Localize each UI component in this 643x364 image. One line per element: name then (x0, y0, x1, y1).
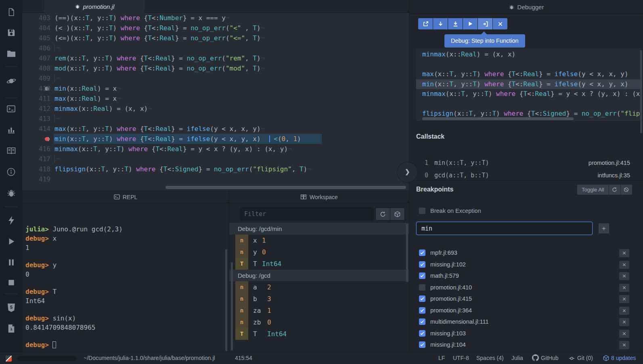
save-icon[interactable] (0, 27, 22, 39)
updates-item[interactable]: 8 updates (603, 352, 636, 364)
continue-button[interactable] (463, 18, 478, 29)
breakpoint-checkbox[interactable] (419, 250, 425, 256)
html-preview-icon[interactable]: 5 (0, 302, 22, 314)
remove-breakpoint-button[interactable]: ✕ (619, 283, 630, 292)
repl-scrollbar[interactable] (225, 249, 227, 351)
workspace-header[interactable]: Workspace (229, 191, 409, 203)
step-into-function-button[interactable] (478, 18, 492, 29)
julia-client-indicator-icon[interactable] (6, 356, 12, 362)
debugger-vscrollbar[interactable] (640, 50, 642, 133)
eol-invisible: ¬ (307, 165, 311, 173)
new-file-icon[interactable] (0, 6, 22, 18)
plot-pane-icon[interactable] (0, 124, 22, 136)
power-lightning-icon[interactable] (0, 214, 22, 227)
frame-location[interactable]: promotion.jl:415 (589, 157, 630, 168)
debugger-code-view[interactable]: minmax(x::Real) = (x, x)max(x::T, y::T) … (416, 48, 641, 121)
detach-button[interactable] (418, 18, 433, 29)
step-to-line-button[interactable] (448, 18, 463, 29)
workspace-variable-row[interactable]: ny0 (229, 246, 409, 258)
stop-icon[interactable] (0, 277, 22, 289)
info-icon[interactable] (0, 166, 22, 178)
code-editor[interactable]: 403(==)(x::T, y::T) where {T<:Number} = … (22, 13, 409, 191)
documentation-book-icon[interactable] (0, 145, 22, 157)
github-icon (532, 354, 539, 361)
check-icon (420, 308, 425, 313)
debugger-bug-icon[interactable] (0, 187, 22, 199)
breakpoint-checkbox[interactable] (419, 318, 425, 325)
repl-header[interactable]: REPL (22, 191, 229, 203)
workspace-variable-row[interactable]: nza1 (229, 305, 409, 316)
repl-input-text: sin(x) (49, 314, 76, 322)
workspace-refresh-button[interactable] (375, 208, 390, 220)
remove-breakpoint-button[interactable]: ✕ (619, 295, 630, 304)
breakpoint-checkbox[interactable] (419, 272, 425, 279)
file-path[interactable]: ~/Documents/julia-1.1.0/share/julia/base… (84, 352, 215, 364)
editor-line: 417¬ (22, 154, 409, 164)
breakpoint-checkbox[interactable] (419, 330, 425, 337)
workspace-left-scrollbar[interactable] (231, 262, 233, 351)
add-breakpoint-button[interactable]: + (598, 223, 609, 234)
remove-breakpoint-button[interactable]: ✕ (619, 260, 630, 269)
remove-breakpoint-button[interactable]: ✕ (619, 341, 630, 349)
stop-debugging-button[interactable] (493, 18, 507, 29)
pause-icon[interactable] (0, 256, 22, 268)
breakpoint-checkbox[interactable] (419, 261, 425, 268)
close-icon (498, 21, 503, 27)
terminal-icon[interactable] (0, 103, 22, 115)
encoding-indicator[interactable]: UTF-8 (453, 352, 469, 364)
indent-indicator[interactable]: Spaces (4) (476, 352, 504, 364)
workspace-variable-row[interactable]: nx1 (229, 235, 409, 246)
breakpoint-checkbox[interactable] (419, 341, 425, 348)
git-item[interactable]: Git (0) (568, 352, 593, 364)
arrow-down-icon (438, 21, 444, 27)
callstack-frame[interactable]: 0gcd(a::T, b::T)intfuncs.jl:35 (409, 170, 643, 181)
bug-icon (75, 4, 80, 9)
breakpoint-checkbox[interactable] (419, 284, 425, 291)
remove-breakpoint-button[interactable]: ✕ (619, 272, 630, 281)
breakpoints-list: mpfr.jl:693✕missing.jl:102✕math.jl:579✕p… (409, 248, 643, 351)
expand-panel-button[interactable]: ❯ (397, 162, 418, 183)
juno-planet-icon[interactable] (0, 75, 22, 87)
language-indicator[interactable]: Julia (511, 352, 523, 364)
pdf-export-icon[interactable]: λ (0, 322, 22, 335)
remove-breakpoint-button[interactable]: ✕ (619, 318, 630, 327)
line-ending-indicator[interactable]: LF (438, 352, 445, 364)
workspace-section-header[interactable]: Debug: /gcd/min (229, 223, 409, 235)
workspace-section-header[interactable]: Debug: /gcd (229, 270, 409, 281)
workspace-variable-row[interactable]: TTInt64 (229, 328, 409, 340)
workspace-variable-row[interactable]: nb3 (229, 293, 409, 305)
tab-promotion-jl[interactable]: promotion.jl (44, 0, 145, 13)
editor-horizontal-scrollbar[interactable] (165, 186, 406, 189)
frame-location[interactable]: intfuncs.jl:35 (597, 170, 630, 181)
refresh-breakpoints-button[interactable] (609, 184, 621, 195)
repl-output[interactable]: julia> Juno.@run gcd(2,3)debug> x1debug>… (22, 203, 229, 352)
remove-breakpoint-button[interactable]: ✕ (619, 329, 630, 338)
inline-eval-result[interactable]: <(0, 1) (274, 135, 301, 143)
variable-name: T (253, 258, 257, 270)
breakpoint-add-input[interactable] (416, 222, 593, 235)
cursor-position[interactable]: 415:54 (235, 352, 252, 364)
workspace-variable-row[interactable]: nzb0 (229, 316, 409, 328)
callstack-frame[interactable]: 1min(x::T, y::T)promotion.jl:415 (409, 157, 643, 168)
breakpoint-checkbox[interactable] (419, 307, 425, 314)
github-item[interactable]: GitHub (532, 352, 559, 364)
run-play-icon[interactable] (0, 235, 22, 248)
disable-breakpoints-button[interactable] (621, 184, 633, 195)
step-next-line-button[interactable] (433, 18, 448, 29)
toggle-all-button[interactable]: Toggle All (577, 184, 609, 195)
repl-entry: debug> y0 (25, 260, 225, 279)
workspace-right-scrollbar[interactable] (406, 224, 408, 282)
open-folder-icon[interactable] (0, 48, 22, 60)
debug-prompt: debug> (25, 235, 49, 242)
workspace-variable-row[interactable]: na2 (229, 281, 409, 293)
repl-cursor[interactable] (52, 341, 56, 348)
breakpoint-checkbox[interactable] (419, 295, 425, 302)
workspace-package-button[interactable] (390, 208, 405, 220)
workspace-variable-row[interactable]: TTInt64 (229, 258, 409, 270)
remove-breakpoint-button[interactable]: ✕ (619, 306, 630, 315)
eol-invisible: ¬ (261, 64, 265, 72)
break-on-exception-checkbox[interactable] (419, 208, 425, 214)
remove-breakpoint-button[interactable]: ✕ (619, 249, 630, 258)
debugger-code-hscrollbar[interactable] (422, 117, 574, 120)
workspace-filter-input[interactable] (240, 208, 374, 220)
